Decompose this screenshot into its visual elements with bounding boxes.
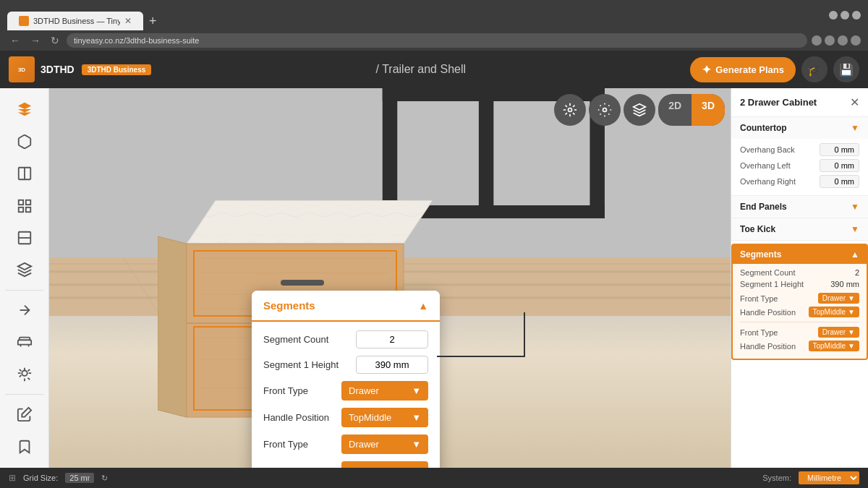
segment-height-label: Segment 1 Height <box>263 359 339 370</box>
tab-close-button[interactable]: ✕ <box>124 16 132 26</box>
svg-marker-47 <box>634 104 646 110</box>
handle-position-row-1: Handle Position TopMiddle ▼ <box>263 408 428 427</box>
logo-icon: 3D <box>9 56 35 82</box>
svg-marker-13 <box>22 408 31 417</box>
connector-line <box>437 356 524 357</box>
end-panels-arrow-icon: ▼ <box>851 202 859 212</box>
rp-handle-position-row-1: Handle Position TopMiddle ▼ <box>740 307 859 317</box>
right-panel: 2 Drawer Cabinet ✕ Countertop ▼ Overhang… <box>731 88 868 468</box>
sidebar-tool-layers2[interactable] <box>9 254 41 285</box>
overhang-back-label: Overhang Back <box>740 145 820 154</box>
extension-icon <box>825 35 835 46</box>
rp-front-type-select-1[interactable]: Drawer ▼ <box>818 293 859 304</box>
refresh-button[interactable]: ↻ <box>101 474 108 483</box>
overhang-left-label: Overhang Left <box>740 161 820 170</box>
overhang-back-input[interactable] <box>820 143 859 156</box>
sidebar-tool-cube[interactable] <box>9 126 41 156</box>
address-bar: ← → ↻ <box>0 30 868 51</box>
grid-size-input[interactable] <box>65 473 94 483</box>
sidebar-tool-sofa[interactable] <box>9 327 41 357</box>
sidebar-tool-panel[interactable] <box>9 223 41 253</box>
reload-button[interactable]: ↻ <box>48 33 62 48</box>
bookmark-icon <box>812 35 822 46</box>
system-select[interactable]: Millimetre <box>799 471 859 484</box>
minimize-button[interactable] <box>829 11 838 20</box>
rp-handle-position-select-2[interactable]: TopMiddle ▼ <box>809 341 860 351</box>
sidebar-tool-light[interactable] <box>9 359 41 390</box>
sidebar-divider-1 <box>5 290 44 291</box>
address-icons <box>812 35 861 46</box>
panel-header: 2 Drawer Cabinet ✕ <box>731 88 868 117</box>
new-tab-button[interactable]: + <box>143 12 163 30</box>
overhang-left-row: Overhang Left <box>740 159 859 172</box>
floating-panel-collapse[interactable]: ▲ <box>418 300 428 312</box>
floating-panel-content: Segment Count Segment 1 Height Front Typ… <box>252 322 440 468</box>
logo-text: 3DTHD <box>41 64 75 75</box>
svg-point-45 <box>569 108 572 112</box>
address-input[interactable] <box>67 33 807 48</box>
back-button[interactable]: ← <box>7 33 23 48</box>
close-button[interactable] <box>852 11 861 20</box>
sidebar-tool-layers[interactable] <box>9 94 41 124</box>
end-panels-header[interactable]: End Panels ▼ <box>731 196 868 218</box>
browser-tab[interactable]: 3DTHD Business — Tiny Easy - T ✕ <box>7 12 143 30</box>
overhang-back-row: Overhang Back <box>740 143 859 156</box>
logo-area: 3D 3DTHD <box>9 56 75 82</box>
front-type-row-1: Front Type Drawer ▼ <box>263 381 428 401</box>
segments-collapse-icon: ▲ <box>851 249 859 260</box>
settings-view-button[interactable] <box>589 94 621 126</box>
header-actions: ✦ Generate Plans 🎓 💾 <box>690 56 859 82</box>
view-3d-button[interactable]: 3D <box>692 94 725 126</box>
generate-plans-button[interactable]: ✦ Generate Plans <box>690 57 796 82</box>
rp-handle-position-label-1: Handle Position <box>740 308 809 317</box>
toe-kick-arrow-icon: ▼ <box>851 224 859 234</box>
layers-view-button[interactable] <box>624 94 655 126</box>
grid-size-label: Grid Size: <box>23 474 58 482</box>
svg-rect-35 <box>281 280 324 286</box>
sidebar-tool-door[interactable] <box>9 158 41 189</box>
front-type-select-1[interactable]: Drawer ▼ <box>341 381 428 401</box>
view-mode-buttons: 2D 3D <box>554 94 725 126</box>
rp-front-type-row-1: Front Type Drawer ▼ <box>740 293 859 304</box>
menu-icon <box>851 35 861 46</box>
handle-position-select-1[interactable]: TopMiddle ▼ <box>341 408 428 427</box>
svg-point-12 <box>22 370 27 375</box>
floating-panel-title: Segments <box>263 299 315 312</box>
segment-count-input[interactable] <box>356 330 428 348</box>
svg-marker-30 <box>158 236 187 417</box>
rotate-view-button[interactable] <box>554 94 586 126</box>
business-badge: 3DTHD Business <box>82 64 152 75</box>
rp-front-type-row-2: Front Type Drawer ▼ <box>740 327 859 338</box>
overhang-right-label: Overhang Right <box>740 177 820 186</box>
svg-marker-29 <box>187 200 433 244</box>
maximize-button[interactable] <box>841 11 849 20</box>
rp-front-type-select-2[interactable]: Drawer ▼ <box>818 327 859 338</box>
star-icon: ✦ <box>702 63 711 77</box>
view-2d-button[interactable]: 2D <box>658 94 692 126</box>
rp-segment-count-value: 2 <box>855 268 859 277</box>
viewport[interactable]: 2D 3D Segments ▲ Segment Count Segment 1… <box>49 88 731 468</box>
save-button[interactable]: 💾 <box>833 56 859 82</box>
sidebar-tool-paint[interactable] <box>9 399 41 429</box>
countertop-content: Overhang Back Overhang Left Overhang Rig… <box>731 139 868 195</box>
svg-marker-8 <box>17 263 30 270</box>
handle-position-select-2[interactable]: TopMiddle ▼ <box>341 461 428 468</box>
rp-handle-position-select-1[interactable]: TopMiddle ▼ <box>809 307 860 317</box>
handle-position-label-2: Handle Position <box>263 466 329 468</box>
overhang-right-input[interactable] <box>820 175 859 188</box>
countertop-section-header[interactable]: Countertop ▼ <box>731 117 868 139</box>
segment-count-label: Segment Count <box>263 334 328 345</box>
panel-close-button[interactable]: ✕ <box>850 95 859 109</box>
segment-height-input[interactable] <box>356 356 428 374</box>
segments-header[interactable]: Segments ▲ <box>733 245 867 264</box>
overhang-left-input[interactable] <box>820 159 859 172</box>
front-type-select-2[interactable]: Drawer ▼ <box>341 435 428 454</box>
sidebar-tool-grid[interactable] <box>9 190 41 221</box>
help-button[interactable]: 🎓 <box>801 56 827 82</box>
forward-button[interactable]: → <box>27 33 43 48</box>
svg-rect-3 <box>25 200 30 204</box>
toe-kick-header[interactable]: Toe Kick ▼ <box>731 218 868 240</box>
tab-title: 3DTHD Business — Tiny Easy - T <box>33 17 120 25</box>
sidebar-tool-bookmark[interactable] <box>9 431 41 461</box>
sidebar-tool-arrow[interactable] <box>9 295 41 325</box>
